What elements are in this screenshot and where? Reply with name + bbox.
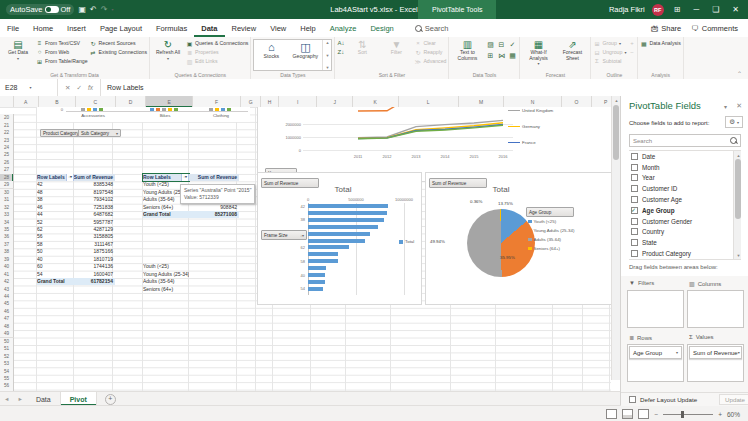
column-chart-fragment[interactable]: 0AccessoriesBikesClothing xyxy=(37,107,250,122)
pivot1-row-label[interactable]: 54 xyxy=(37,270,74,277)
sheet-nav-right-icon[interactable]: ► xyxy=(13,396,26,402)
undo-icon[interactable]: ↶ xyxy=(90,5,97,14)
pivot1-row-value[interactable]: 8385348 xyxy=(74,181,115,188)
pane-close-icon[interactable]: ✕ xyxy=(736,102,742,110)
pivot1-row-value[interactable]: 1810719 xyxy=(74,256,115,263)
tools-dropdown[interactable]: ⚙▾ xyxy=(725,116,743,128)
save-icon[interactable]: ▣ xyxy=(78,5,86,14)
scroll-down-icon[interactable]: ▼ xyxy=(734,251,743,259)
quick-access-dropdown-icon[interactable]: ▾ xyxy=(111,7,113,12)
legend-united-kingdom[interactable]: United Kingdom xyxy=(508,108,608,113)
share-button[interactable]: 🖄Share xyxy=(651,24,682,33)
legend-total[interactable]: Total xyxy=(399,239,419,244)
data-analysis-button[interactable]: ▦Data Analysis xyxy=(640,39,680,47)
fields-search-input[interactable]: Search xyxy=(629,134,741,147)
tab-analyze[interactable]: Analyze xyxy=(323,19,364,37)
bar[interactable] xyxy=(308,245,349,249)
pivot1-row-label[interactable]: 58 xyxy=(37,241,74,248)
field-checkbox[interactable] xyxy=(631,164,638,171)
user-name[interactable]: Radja Fikri xyxy=(609,5,645,14)
column-header-o[interactable]: O xyxy=(562,96,593,107)
pivot1-row-label[interactable]: 42 xyxy=(37,181,74,188)
pivot1-row-label[interactable]: 38 xyxy=(37,196,74,203)
restore-icon[interactable]: ❏ xyxy=(709,5,722,14)
legend-germany[interactable]: Germany xyxy=(508,124,608,129)
pivot1-row-value[interactable]: 6487682 xyxy=(74,211,115,218)
tab-insert[interactable]: Insert xyxy=(60,19,93,37)
field-item-customer-id[interactable]: Customer ID xyxy=(629,183,741,194)
pivot1-row-value[interactable]: 1744136 xyxy=(74,263,115,270)
text-to-columns-button[interactable]: ▥Text to Columns xyxy=(451,38,483,71)
tab-formulas[interactable]: Formulas xyxy=(149,19,194,37)
pivot1-grand-total-value[interactable]: 61782154 xyxy=(74,278,115,285)
refresh-all-button[interactable]: ↻Refresh All▾ xyxy=(152,38,184,71)
field-checkbox[interactable] xyxy=(631,185,638,192)
sheet-tab-pivot[interactable]: Pivot xyxy=(61,392,97,406)
bar[interactable] xyxy=(308,225,378,229)
tab-design[interactable]: Design xyxy=(363,19,400,37)
pivot1-row-value[interactable]: 1600407 xyxy=(74,270,115,277)
sheet-tab-data[interactable]: Data xyxy=(27,392,61,406)
vertical-scrollbar[interactable]: ▲ xyxy=(611,96,620,380)
column-header-j[interactable]: J xyxy=(317,96,353,107)
sort-filter-icon[interactable]: ↓▾ xyxy=(181,174,189,181)
tab-data[interactable]: Data xyxy=(194,19,224,37)
pivot2-row-label[interactable]: Seniors (64+) xyxy=(143,203,189,210)
column-header-i[interactable]: I xyxy=(279,96,318,107)
tab-view[interactable]: View xyxy=(263,19,293,37)
values-area[interactable]: Sum of Revenue▾ xyxy=(687,344,744,382)
age-group-legend-button[interactable]: Age Group xyxy=(526,207,574,217)
from-web-button[interactable]: ○From Web xyxy=(36,48,88,56)
field-item-customer-gender[interactable]: Customer Gender xyxy=(629,216,741,227)
fx-icon[interactable]: fx xyxy=(88,84,93,91)
forecast-sheet-button[interactable]: ⇗Forecast Sheet xyxy=(556,38,588,71)
column-header-n[interactable]: N xyxy=(504,96,561,107)
scroll-up-icon[interactable]: ▲ xyxy=(734,151,743,159)
grid-area[interactable]: 2021222324252627282930313233343536373839… xyxy=(0,107,611,391)
namebox-dropdown-icon[interactable]: ▾ xyxy=(29,85,31,90)
age-group-list-item[interactable]: Youth (<25) xyxy=(143,263,189,270)
pivot1-row-value[interactable]: 7934102 xyxy=(74,196,115,203)
gallery-more-icon[interactable]: ▼ xyxy=(325,65,329,70)
scroll-up-icon[interactable]: ▲ xyxy=(612,96,620,104)
pivot2-header-row-labels[interactable]: Row Labels↓▾ xyxy=(143,174,189,181)
legend-young-adults-25-34[interactable]: Young Adults (25-34) xyxy=(528,228,590,233)
values-field-chip[interactable]: Sum of Revenue▾ xyxy=(689,346,742,359)
name-box[interactable]: E28▾ xyxy=(0,79,58,96)
manage-data-model-button[interactable]: ▦ xyxy=(507,52,517,62)
minimize-icon[interactable]: ─ xyxy=(690,5,702,14)
line-chart[interactable]: 010000002000000201120122013201420152016U… xyxy=(257,107,611,182)
legend-france[interactable]: France xyxy=(508,140,608,145)
enter-icon[interactable]: ✓ xyxy=(76,84,81,92)
bar[interactable] xyxy=(308,218,384,222)
rows-field-chip[interactable]: Age Group▾ xyxy=(629,346,682,359)
recent-sources-button[interactable]: ↻Recent Sources xyxy=(90,39,147,47)
column-header-m[interactable]: M xyxy=(459,96,504,107)
flash-fill-button[interactable]: ▨ xyxy=(485,41,495,51)
get-data-button[interactable]: ▤Get Data▾ xyxy=(2,38,34,71)
field-item-date[interactable]: Date xyxy=(629,151,741,162)
tab-home[interactable]: Home xyxy=(26,19,60,37)
bar[interactable] xyxy=(308,239,365,243)
column-header-k[interactable]: K xyxy=(353,96,398,107)
legend-seniors-64[interactable]: Seniors (64+) xyxy=(528,246,590,251)
gallery-down-icon[interactable]: ▼ xyxy=(325,53,329,58)
column-header-e[interactable]: E xyxy=(146,96,192,107)
pivot1-row-value[interactable]: 3111467 xyxy=(74,241,115,248)
autosave-toggle[interactable]: AutoSave Off xyxy=(6,4,74,15)
field-item-month[interactable]: Month xyxy=(629,162,741,173)
columns-area[interactable] xyxy=(687,290,744,328)
pivot1-row-value[interactable]: 1875166 xyxy=(74,248,115,255)
remove-duplicates-button[interactable]: ⊟ xyxy=(496,41,506,51)
pivot1-row-label[interactable]: 48 xyxy=(37,189,74,196)
gallery-scroll[interactable]: ▲▼▼ xyxy=(322,40,331,70)
select-all-corner[interactable] xyxy=(0,96,14,107)
ribbon-display-icon[interactable]: ⊞ xyxy=(671,5,684,14)
bar-chart[interactable]: Sum of RevenueTotal050000001000000042384… xyxy=(257,172,422,305)
sort-ascending-button[interactable]: A↓ xyxy=(337,39,344,47)
legend-youth-25[interactable]: Youth (<25) xyxy=(528,219,590,224)
pivot1-row-label[interactable]: 60 xyxy=(37,263,74,270)
field-checkbox[interactable] xyxy=(631,174,638,181)
pivot2-grand-total-value[interactable]: 85271008 xyxy=(189,211,239,218)
what-if-analysis-button[interactable]: ▦What-If Analysis▾ xyxy=(522,38,554,71)
